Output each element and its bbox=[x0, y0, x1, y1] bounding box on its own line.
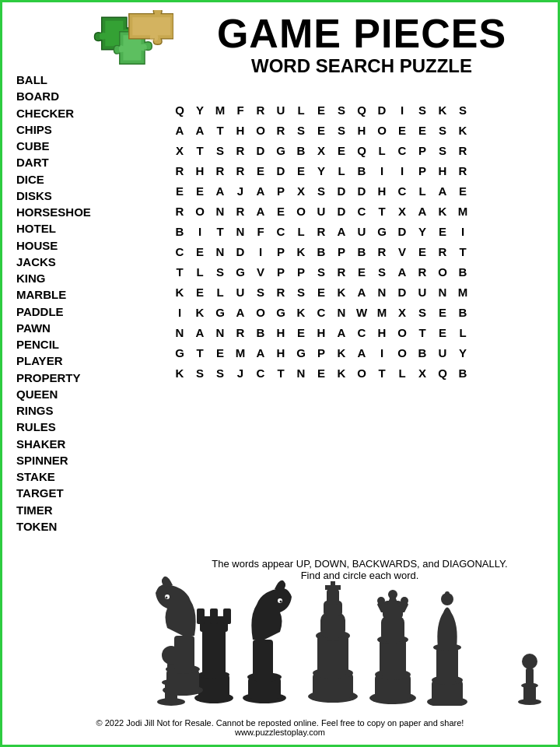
grid-cell: M bbox=[230, 342, 250, 363]
grid-cell: S bbox=[412, 302, 432, 322]
grid-cell: L bbox=[210, 282, 230, 302]
word-list-item: QUEEN bbox=[16, 387, 91, 402]
grid-cell: P bbox=[271, 261, 291, 282]
grid-cell: T bbox=[210, 120, 230, 140]
grid-cell: E bbox=[170, 181, 190, 201]
grid-cell: X bbox=[291, 181, 311, 201]
copyright-line1: © 2022 Jodi Jill Not for Resale. Cannot … bbox=[2, 718, 558, 728]
grid-cell: G bbox=[372, 221, 392, 241]
grid-cell: G bbox=[291, 342, 311, 363]
grid-cell: A bbox=[412, 201, 432, 221]
grid-cell: R bbox=[230, 201, 250, 221]
grid-cell: L bbox=[190, 261, 210, 282]
svg-point-18 bbox=[280, 601, 282, 603]
grid-cell: K bbox=[432, 100, 453, 120]
grid-cell: L bbox=[291, 221, 311, 241]
grid-cell: A bbox=[230, 302, 250, 322]
grid-cell: E bbox=[311, 120, 331, 140]
grid-cell: R bbox=[271, 120, 291, 140]
word-list-item: PLAYER bbox=[16, 353, 91, 369]
svg-rect-11 bbox=[210, 608, 218, 624]
grid-cell: G bbox=[271, 140, 291, 160]
svg-rect-49 bbox=[174, 636, 194, 671]
grid-cell: Q bbox=[352, 100, 372, 120]
grid-cell: U bbox=[352, 221, 372, 241]
grid-cell: K bbox=[170, 363, 190, 383]
grid-cell: H bbox=[271, 342, 291, 363]
grid-cell: R bbox=[372, 241, 392, 261]
grid-cell: C bbox=[250, 363, 271, 383]
grid-cell: G bbox=[210, 302, 230, 322]
grid-cell: S bbox=[210, 140, 230, 160]
svg-rect-55 bbox=[526, 668, 534, 687]
grid-cell: J bbox=[230, 181, 250, 201]
grid-cell: T bbox=[170, 261, 190, 282]
grid-cell: E bbox=[432, 322, 453, 342]
grid-cell: D bbox=[352, 181, 372, 201]
grid-cell: D bbox=[331, 201, 352, 221]
grid-cell: K bbox=[331, 282, 352, 302]
svg-rect-32 bbox=[380, 640, 406, 676]
grid-cell: B bbox=[453, 261, 473, 282]
title-area: GAME PIECES WORD SEARCH PUZZLE bbox=[173, 13, 550, 77]
grid-cell: R bbox=[432, 241, 453, 261]
grid-cell: R bbox=[230, 140, 250, 160]
word-list-item: DART bbox=[16, 155, 91, 170]
grid-cell: R bbox=[271, 282, 291, 302]
grid-cell: H bbox=[352, 120, 372, 140]
grid-cell: E bbox=[432, 221, 453, 241]
grid-cell: C bbox=[392, 181, 412, 201]
grid-cell: V bbox=[392, 241, 412, 261]
grid-cell: Y bbox=[311, 160, 331, 181]
grid-cell: K bbox=[331, 363, 352, 383]
grid-cell: N bbox=[170, 322, 190, 342]
grid-cell: K bbox=[331, 342, 352, 363]
word-list-item: CUBE bbox=[16, 139, 91, 154]
grid-cell: I bbox=[392, 160, 412, 181]
grid-cell: R bbox=[210, 160, 230, 181]
grid-cell: I bbox=[453, 221, 473, 241]
grid-cell: N bbox=[210, 241, 230, 261]
grid-cell: S bbox=[250, 282, 271, 302]
grid-cell: S bbox=[432, 120, 453, 140]
word-list-item: SPINNER bbox=[16, 453, 91, 468]
grid-cell: C bbox=[392, 140, 412, 160]
word-list-item: HOUSE bbox=[16, 238, 91, 254]
grid-cell: E bbox=[311, 363, 331, 383]
word-search-grid: QYMFRULESQDISKSAATHORSESHOEESKXTSRDGBXEQ… bbox=[170, 100, 473, 383]
grid-cell: R bbox=[453, 140, 473, 160]
grid-cell: B bbox=[352, 160, 372, 181]
copyright: © 2022 Jodi Jill Not for Resale. Cannot … bbox=[2, 718, 558, 737]
grid-cell: P bbox=[412, 140, 432, 160]
word-list-item: TIMER bbox=[16, 503, 91, 518]
word-list-item: RINGS bbox=[16, 403, 91, 419]
grid-cell: Y bbox=[453, 342, 473, 363]
grid-cell: H bbox=[432, 160, 453, 181]
grid-cell: Q bbox=[432, 363, 453, 383]
word-list-item: BOARD bbox=[16, 89, 91, 104]
grid-cell: E bbox=[190, 282, 210, 302]
grid-cell: O bbox=[250, 120, 271, 140]
grid-cell: S bbox=[331, 100, 352, 120]
grid-cell: B bbox=[352, 241, 372, 261]
grid-cell: D bbox=[250, 140, 271, 160]
word-list-item: BALL bbox=[16, 72, 91, 88]
grid-cell: R bbox=[250, 100, 271, 120]
chess-illustration bbox=[135, 558, 550, 706]
grid-cell: Y bbox=[190, 100, 210, 120]
grid-cell: M bbox=[453, 282, 473, 302]
grid-cell: A bbox=[352, 342, 372, 363]
word-list-item: CHIPS bbox=[16, 122, 91, 138]
grid-cell: E bbox=[210, 342, 230, 363]
grid-cell: L bbox=[453, 322, 473, 342]
grid-cell: S bbox=[453, 100, 473, 120]
grid-cell: E bbox=[271, 201, 291, 221]
svg-rect-10 bbox=[197, 608, 205, 624]
grid-cell: E bbox=[311, 282, 331, 302]
svg-point-56 bbox=[522, 654, 537, 669]
grid-cell: L bbox=[372, 140, 392, 160]
grid-cell: X bbox=[311, 140, 331, 160]
grid-cell: E bbox=[432, 302, 453, 322]
grid-cell: Q bbox=[170, 100, 190, 120]
grid-cell: X bbox=[170, 140, 190, 160]
